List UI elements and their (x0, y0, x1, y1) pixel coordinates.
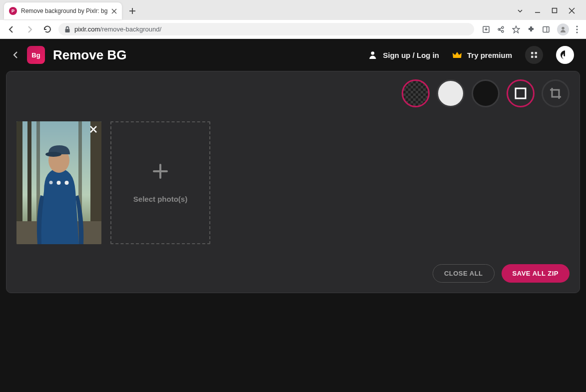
svg-rect-15 (543, 26, 549, 32)
url-text: pixlr.com/remove-background/ (74, 25, 161, 33)
signup-login-link[interactable]: Sign up / Log in (368, 50, 439, 60)
crop-icon (549, 87, 562, 100)
square-icon (508, 81, 533, 106)
app-title: Remove BG (53, 47, 126, 63)
svg-rect-23 (535, 52, 538, 54)
plus-icon (152, 163, 169, 180)
favicon-icon: P (9, 7, 17, 15)
bookmark-icon[interactable] (512, 25, 520, 33)
tab-title: Remove background by Pixlr: bg (21, 7, 107, 14)
close-tab-icon[interactable] (111, 8, 117, 14)
new-tab-button[interactable] (125, 7, 140, 14)
footer-buttons: CLOSE ALL SAVE ALL ZIP (16, 264, 570, 283)
bg-option-transparent[interactable] (402, 79, 430, 107)
auth-label: Sign up / Log in (383, 51, 439, 59)
save-all-zip-button[interactable]: SAVE ALL ZIP (502, 264, 570, 283)
aspect-original-button[interactable] (507, 79, 535, 107)
svg-point-12 (502, 26, 504, 28)
svg-rect-25 (535, 56, 538, 58)
address-bar[interactable]: pixlr.com/remove-background/ (58, 23, 474, 35)
svg-rect-8 (65, 29, 70, 32)
svg-rect-26 (516, 88, 526, 98)
pixlr-home-button[interactable] (556, 46, 574, 64)
remove-photo-button[interactable] (89, 125, 97, 133)
app-root: Bg Remove BG Sign up / Log in Try premiu… (0, 39, 586, 392)
crown-icon (452, 51, 462, 59)
browser-chrome: P Remove background by Pixlr: bg (0, 0, 586, 39)
bg-option-black[interactable] (472, 79, 500, 107)
premium-label: Try premium (467, 51, 512, 59)
window-controls (517, 7, 582, 14)
try-premium-link[interactable]: Try premium (452, 51, 512, 59)
svg-point-18 (576, 25, 578, 27)
select-photos-dropzone[interactable]: Select photo(s) (110, 121, 210, 244)
grid-icon (530, 51, 538, 59)
kebab-menu-icon[interactable] (576, 25, 578, 33)
maximize-icon[interactable] (552, 7, 558, 14)
extensions-icon[interactable] (527, 25, 535, 33)
chevron-down-icon[interactable] (517, 7, 524, 14)
apps-menu-button[interactable] (525, 46, 543, 64)
bg-options-row (16, 79, 570, 107)
share-icon[interactable] (497, 25, 505, 33)
svg-rect-5 (553, 8, 557, 13)
crop-button[interactable] (542, 79, 570, 107)
photos-row: Select photo(s) (16, 121, 570, 244)
lock-icon (64, 26, 70, 33)
app-header: Bg Remove BG Sign up / Log in Try premiu… (0, 39, 586, 71)
svg-point-13 (502, 30, 504, 32)
tab-bar: P Remove background by Pixlr: bg (0, 0, 586, 20)
bg-option-white[interactable] (437, 79, 465, 107)
install-icon[interactable] (482, 25, 490, 33)
close-icon (89, 125, 97, 133)
svg-marker-14 (513, 26, 520, 33)
profile-avatar[interactable] (557, 23, 569, 35)
main-panel: Select photo(s) CLOSE ALL SAVE ALL ZIP (6, 71, 580, 293)
back-button[interactable] (5, 23, 18, 36)
close-window-icon[interactable] (569, 7, 575, 14)
app-logo-icon: Bg (27, 46, 45, 64)
close-all-button[interactable]: CLOSE ALL (433, 264, 495, 283)
svg-point-35 (45, 152, 61, 157)
minimize-icon[interactable] (535, 7, 541, 14)
photo-thumbnail[interactable] (16, 121, 101, 244)
pixlr-icon (560, 49, 571, 60)
svg-point-19 (576, 28, 578, 30)
svg-rect-24 (531, 56, 534, 58)
user-icon (368, 50, 378, 60)
dropzone-label: Select photo(s) (133, 195, 187, 203)
svg-point-17 (562, 26, 565, 29)
svg-rect-22 (531, 52, 534, 54)
svg-point-20 (576, 31, 578, 33)
header-actions: Sign up / Log in Try premium (368, 46, 574, 64)
side-panel-icon[interactable] (542, 25, 550, 33)
forward-button[interactable] (23, 23, 36, 36)
app-back-button[interactable] (12, 50, 19, 59)
browser-toolbar: pixlr.com/remove-background/ (0, 20, 586, 39)
browser-tab[interactable]: P Remove background by Pixlr: bg (4, 2, 122, 19)
reload-button[interactable] (41, 23, 53, 35)
svg-point-21 (371, 51, 375, 55)
toolbar-actions (479, 23, 581, 35)
loading-indicator (49, 181, 69, 185)
